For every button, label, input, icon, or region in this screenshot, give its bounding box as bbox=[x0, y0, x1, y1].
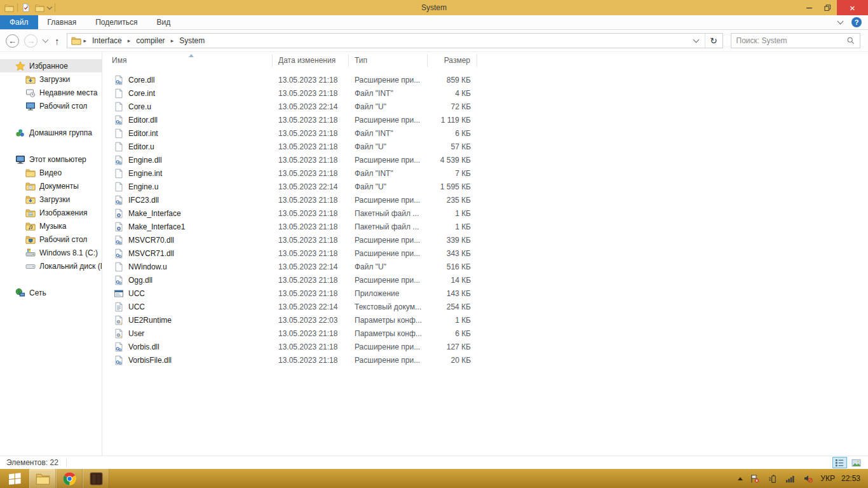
search-input[interactable] bbox=[731, 36, 846, 45]
file-row[interactable]: Engine.u 13.05.2023 22:14 Файл "U" 1 595… bbox=[112, 180, 868, 193]
sidebar-item-8[interactable]: Загрузки bbox=[0, 193, 102, 206]
sidebar-item-label: Изображения bbox=[39, 208, 87, 217]
help-icon[interactable]: ? bbox=[851, 17, 862, 27]
sidebar-item-0[interactable]: Избранное bbox=[0, 59, 102, 72]
sidebar-item-3[interactable]: Рабочий стол bbox=[0, 99, 102, 112]
address-box[interactable]: ▸Interface▸compiler▸System ↻ bbox=[67, 33, 723, 48]
column-header-size[interactable]: Размер bbox=[428, 54, 477, 67]
file-row[interactable]: Editor.u 13.05.2023 21:18 Файл "U" 57 КБ bbox=[112, 140, 868, 153]
column-header-date[interactable]: Дата изменения bbox=[273, 54, 349, 67]
tab-view[interactable]: Вид bbox=[147, 15, 180, 29]
file-row[interactable]: Ogg.dll 13.05.2023 21:18 Расширение при.… bbox=[112, 273, 868, 287]
thumbnails-view-button[interactable] bbox=[849, 457, 864, 468]
file-type: Расширение при... bbox=[349, 236, 428, 245]
network-signal-icon[interactable] bbox=[785, 473, 796, 484]
clock[interactable]: 22:53 bbox=[841, 474, 860, 483]
taskbar-app-game[interactable] bbox=[83, 469, 109, 488]
file-row[interactable]: Core.dll 13.05.2023 21:18 Расширение при… bbox=[112, 73, 868, 86]
sidebar-gap bbox=[0, 273, 102, 286]
restore-button[interactable] bbox=[818, 0, 837, 15]
power-icon[interactable] bbox=[767, 473, 778, 484]
sidebar-item-5[interactable]: Этот компьютер bbox=[0, 152, 102, 166]
file-row[interactable]: MSVCR71.dll 13.05.2023 21:18 Расширение … bbox=[112, 247, 868, 260]
details-view-button[interactable] bbox=[832, 457, 847, 468]
taskbar-app-chrome[interactable] bbox=[56, 469, 83, 488]
file-row[interactable]: MSVCR70.dll 13.05.2023 21:18 Расширение … bbox=[112, 233, 868, 247]
sidebar-item-7[interactable]: Документы bbox=[0, 179, 102, 193]
file-row[interactable]: UCC 13.05.2023 21:18 Приложение 143 КБ bbox=[112, 287, 868, 300]
sidebar-item-4[interactable]: Домашняя группа bbox=[0, 126, 102, 139]
dll-file-icon bbox=[114, 75, 124, 85]
taskbar-app-explorer[interactable] bbox=[29, 469, 56, 488]
file-row[interactable]: UE2Runtime 13.05.2023 22:03 Параметры ко… bbox=[112, 313, 868, 327]
sidebar-item-14[interactable]: Сеть bbox=[0, 286, 102, 299]
refresh-button[interactable]: ↻ bbox=[705, 34, 722, 48]
collapse-ribbon-chevron-icon[interactable] bbox=[837, 18, 844, 25]
file-type: Расширение при... bbox=[349, 156, 428, 165]
action-center-flag-icon[interactable] bbox=[749, 473, 761, 484]
sidebar-item-2[interactable]: Недавние места bbox=[0, 86, 102, 99]
file-row[interactable]: IFC23.dll 13.05.2023 21:18 Расширение пр… bbox=[112, 193, 868, 207]
file-name: Engine.dll bbox=[128, 156, 162, 165]
file-row[interactable]: Engine.dll 13.05.2023 21:18 Расширение п… bbox=[112, 153, 868, 166]
show-hidden-icons-chevron-icon[interactable] bbox=[738, 477, 743, 480]
explorer-logo-icon bbox=[4, 3, 14, 13]
file-row[interactable]: Editor.int 13.05.2023 21:18 Файл "INT" 6… bbox=[112, 126, 868, 140]
status-bar: Элементов: 22 bbox=[0, 456, 868, 469]
column-header-type[interactable]: Тип bbox=[349, 54, 428, 67]
page-file-icon bbox=[114, 168, 124, 179]
sidebar-gap bbox=[0, 139, 102, 152]
address-history-chevron-icon[interactable] bbox=[693, 37, 699, 43]
tab-share[interactable]: Поделиться bbox=[86, 15, 147, 29]
file-row[interactable]: Make_Interface1 13.05.2023 21:18 Пакетны… bbox=[112, 220, 868, 233]
start-button[interactable] bbox=[0, 469, 29, 488]
file-type: Файл "INT" bbox=[349, 89, 428, 98]
file-row[interactable]: Core.u 13.05.2023 22:14 Файл "U" 72 КБ bbox=[112, 100, 868, 113]
forward-button[interactable]: → bbox=[24, 34, 37, 48]
game-icon bbox=[90, 472, 103, 485]
file-row[interactable]: VorbisFile.dll 13.05.2023 21:18 Расширен… bbox=[112, 353, 868, 367]
customize-toolbar-chevron-icon[interactable] bbox=[47, 4, 52, 9]
volume-muted-icon[interactable] bbox=[803, 473, 814, 484]
sidebar-item-11[interactable]: Рабочий стол bbox=[0, 233, 102, 246]
file-date: 13.05.2023 21:18 bbox=[273, 76, 349, 85]
tab-home[interactable]: Главная bbox=[38, 15, 86, 29]
file-row[interactable]: Editor.dll 13.05.2023 21:18 Расширение п… bbox=[112, 113, 868, 126]
minimize-button[interactable]: – bbox=[800, 0, 818, 15]
file-size: 6 КБ bbox=[428, 129, 477, 138]
back-button[interactable]: ← bbox=[6, 34, 19, 48]
properties-icon[interactable] bbox=[21, 3, 31, 13]
file-row[interactable]: User 13.05.2023 21:18 Параметры конф... … bbox=[112, 327, 868, 340]
file-name: UCC bbox=[128, 289, 145, 298]
sidebar-item-13[interactable]: Локальний диск (D: bbox=[0, 259, 102, 273]
tab-file[interactable]: Файл bbox=[0, 15, 38, 29]
sidebar-item-1[interactable]: Загрузки bbox=[0, 72, 102, 86]
file-date: 13.05.2023 21:18 bbox=[273, 142, 349, 151]
file-date: 13.05.2023 21:18 bbox=[273, 129, 349, 138]
keyboard-language-indicator[interactable]: УКР bbox=[820, 474, 835, 483]
file-date: 13.05.2023 21:18 bbox=[273, 356, 349, 365]
file-size: 143 КБ bbox=[428, 289, 477, 298]
file-row[interactable]: Vorbis.dll 13.05.2023 21:18 Расширение п… bbox=[112, 340, 868, 353]
file-row[interactable]: NWindow.u 13.05.2023 22:14 Файл "U" 516 … bbox=[112, 260, 868, 273]
up-button[interactable]: ↑ bbox=[55, 36, 60, 46]
page-file-icon bbox=[114, 128, 124, 139]
close-button[interactable]: × bbox=[837, 0, 868, 15]
breadcrumb-item[interactable]: compiler bbox=[132, 36, 169, 45]
file-row[interactable]: Core.int 13.05.2023 21:18 Файл "INT" 4 К… bbox=[112, 86, 868, 100]
recent-locations-chevron-icon[interactable] bbox=[43, 37, 49, 43]
breadcrumb-item[interactable]: Interface bbox=[88, 36, 126, 45]
search-icon[interactable] bbox=[846, 36, 856, 46]
sidebar-item-9[interactable]: Изображения bbox=[0, 206, 102, 219]
file-size: 4 539 КБ bbox=[428, 156, 477, 165]
sidebar-item-12[interactable]: Windows 8.1 (C:) bbox=[0, 246, 102, 259]
file-row[interactable]: Make_Interface 13.05.2023 21:18 Пакетный… bbox=[112, 207, 868, 220]
file-row[interactable]: Engine.int 13.05.2023 21:18 Файл "INT" 7… bbox=[112, 166, 868, 180]
breadcrumb-item[interactable]: System bbox=[175, 36, 209, 45]
sidebar-item-6[interactable]: Видео bbox=[0, 166, 102, 179]
file-name: Editor.int bbox=[128, 129, 158, 138]
new-folder-icon[interactable] bbox=[34, 3, 44, 13]
file-row[interactable]: UCC 13.05.2023 22:14 Текстовый докум... … bbox=[112, 300, 868, 313]
dll-file-icon bbox=[114, 155, 124, 165]
sidebar-item-10[interactable]: Музыка bbox=[0, 219, 102, 233]
